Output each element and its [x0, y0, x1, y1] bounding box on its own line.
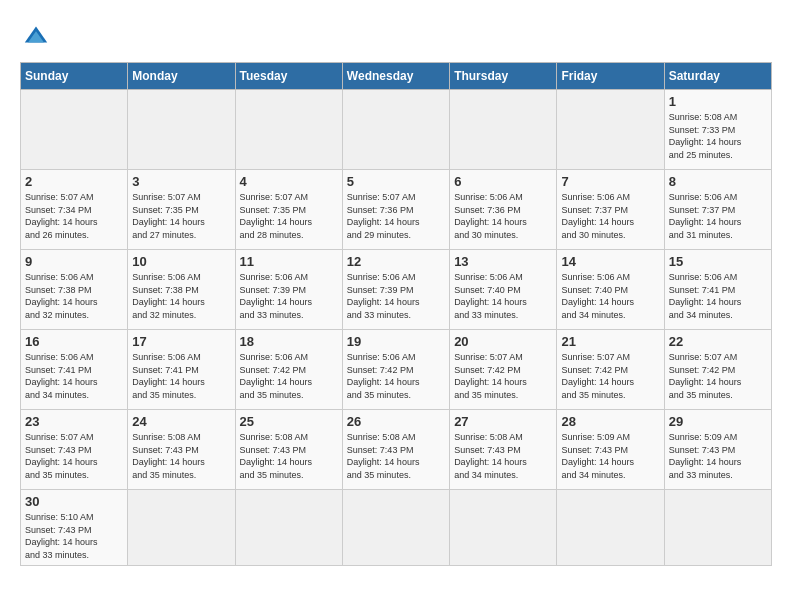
calendar-day-cell: 28Sunrise: 5:09 AM Sunset: 7:43 PM Dayli… — [557, 410, 664, 490]
calendar-day-cell: 16Sunrise: 5:06 AM Sunset: 7:41 PM Dayli… — [21, 330, 128, 410]
day-number: 13 — [454, 254, 552, 269]
day-info: Sunrise: 5:06 AM Sunset: 7:40 PM Dayligh… — [561, 271, 659, 321]
calendar-header: SundayMondayTuesdayWednesdayThursdayFrid… — [21, 63, 772, 90]
calendar-day-cell: 20Sunrise: 5:07 AM Sunset: 7:42 PM Dayli… — [450, 330, 557, 410]
day-info: Sunrise: 5:07 AM Sunset: 7:35 PM Dayligh… — [240, 191, 338, 241]
calendar-week-row: 30Sunrise: 5:10 AM Sunset: 7:43 PM Dayli… — [21, 490, 772, 566]
day-number: 25 — [240, 414, 338, 429]
calendar-day-cell: 8Sunrise: 5:06 AM Sunset: 7:37 PM Daylig… — [664, 170, 771, 250]
day-number: 14 — [561, 254, 659, 269]
calendar-day-cell — [450, 90, 557, 170]
day-info: Sunrise: 5:06 AM Sunset: 7:41 PM Dayligh… — [25, 351, 123, 401]
day-info: Sunrise: 5:07 AM Sunset: 7:36 PM Dayligh… — [347, 191, 445, 241]
calendar-day-cell: 27Sunrise: 5:08 AM Sunset: 7:43 PM Dayli… — [450, 410, 557, 490]
calendar-day-cell: 15Sunrise: 5:06 AM Sunset: 7:41 PM Dayli… — [664, 250, 771, 330]
calendar-day-cell — [235, 490, 342, 566]
day-number: 4 — [240, 174, 338, 189]
day-info: Sunrise: 5:10 AM Sunset: 7:43 PM Dayligh… — [25, 511, 123, 561]
day-number: 27 — [454, 414, 552, 429]
page-header — [20, 20, 772, 52]
day-number: 1 — [669, 94, 767, 109]
calendar-week-row: 16Sunrise: 5:06 AM Sunset: 7:41 PM Dayli… — [21, 330, 772, 410]
day-number: 9 — [25, 254, 123, 269]
day-number: 5 — [347, 174, 445, 189]
day-number: 23 — [25, 414, 123, 429]
weekday-header: Wednesday — [342, 63, 449, 90]
day-info: Sunrise: 5:07 AM Sunset: 7:42 PM Dayligh… — [454, 351, 552, 401]
day-info: Sunrise: 5:08 AM Sunset: 7:43 PM Dayligh… — [132, 431, 230, 481]
day-info: Sunrise: 5:06 AM Sunset: 7:41 PM Dayligh… — [669, 271, 767, 321]
day-number: 24 — [132, 414, 230, 429]
day-info: Sunrise: 5:07 AM Sunset: 7:35 PM Dayligh… — [132, 191, 230, 241]
weekday-header: Saturday — [664, 63, 771, 90]
calendar-day-cell: 26Sunrise: 5:08 AM Sunset: 7:43 PM Dayli… — [342, 410, 449, 490]
day-number: 19 — [347, 334, 445, 349]
day-number: 29 — [669, 414, 767, 429]
weekday-header: Tuesday — [235, 63, 342, 90]
calendar-week-row: 2Sunrise: 5:07 AM Sunset: 7:34 PM Daylig… — [21, 170, 772, 250]
calendar-day-cell: 10Sunrise: 5:06 AM Sunset: 7:38 PM Dayli… — [128, 250, 235, 330]
weekday-header: Sunday — [21, 63, 128, 90]
day-number: 18 — [240, 334, 338, 349]
weekday-header: Friday — [557, 63, 664, 90]
calendar-day-cell: 1Sunrise: 5:08 AM Sunset: 7:33 PM Daylig… — [664, 90, 771, 170]
logo-icon — [20, 20, 52, 52]
calendar-day-cell — [557, 90, 664, 170]
day-info: Sunrise: 5:06 AM Sunset: 7:39 PM Dayligh… — [347, 271, 445, 321]
day-number: 2 — [25, 174, 123, 189]
day-number: 12 — [347, 254, 445, 269]
day-info: Sunrise: 5:09 AM Sunset: 7:43 PM Dayligh… — [561, 431, 659, 481]
day-info: Sunrise: 5:06 AM Sunset: 7:41 PM Dayligh… — [132, 351, 230, 401]
calendar-day-cell: 19Sunrise: 5:06 AM Sunset: 7:42 PM Dayli… — [342, 330, 449, 410]
calendar-week-row: 23Sunrise: 5:07 AM Sunset: 7:43 PM Dayli… — [21, 410, 772, 490]
day-info: Sunrise: 5:06 AM Sunset: 7:38 PM Dayligh… — [132, 271, 230, 321]
calendar-day-cell: 13Sunrise: 5:06 AM Sunset: 7:40 PM Dayli… — [450, 250, 557, 330]
day-number: 21 — [561, 334, 659, 349]
calendar-day-cell: 11Sunrise: 5:06 AM Sunset: 7:39 PM Dayli… — [235, 250, 342, 330]
day-info: Sunrise: 5:07 AM Sunset: 7:42 PM Dayligh… — [669, 351, 767, 401]
calendar-body: 1Sunrise: 5:08 AM Sunset: 7:33 PM Daylig… — [21, 90, 772, 566]
day-number: 8 — [669, 174, 767, 189]
day-number: 10 — [132, 254, 230, 269]
calendar-day-cell: 2Sunrise: 5:07 AM Sunset: 7:34 PM Daylig… — [21, 170, 128, 250]
day-info: Sunrise: 5:07 AM Sunset: 7:42 PM Dayligh… — [561, 351, 659, 401]
logo — [20, 20, 56, 52]
calendar-day-cell: 12Sunrise: 5:06 AM Sunset: 7:39 PM Dayli… — [342, 250, 449, 330]
calendar-week-row: 9Sunrise: 5:06 AM Sunset: 7:38 PM Daylig… — [21, 250, 772, 330]
weekday-row: SundayMondayTuesdayWednesdayThursdayFrid… — [21, 63, 772, 90]
calendar-week-row: 1Sunrise: 5:08 AM Sunset: 7:33 PM Daylig… — [21, 90, 772, 170]
day-number: 15 — [669, 254, 767, 269]
calendar-day-cell: 14Sunrise: 5:06 AM Sunset: 7:40 PM Dayli… — [557, 250, 664, 330]
calendar-day-cell — [342, 490, 449, 566]
weekday-header: Monday — [128, 63, 235, 90]
day-info: Sunrise: 5:06 AM Sunset: 7:37 PM Dayligh… — [669, 191, 767, 241]
calendar-day-cell — [128, 490, 235, 566]
calendar-day-cell — [235, 90, 342, 170]
day-number: 16 — [25, 334, 123, 349]
calendar-day-cell: 7Sunrise: 5:06 AM Sunset: 7:37 PM Daylig… — [557, 170, 664, 250]
day-info: Sunrise: 5:08 AM Sunset: 7:43 PM Dayligh… — [240, 431, 338, 481]
calendar-day-cell — [128, 90, 235, 170]
weekday-header: Thursday — [450, 63, 557, 90]
calendar-day-cell: 22Sunrise: 5:07 AM Sunset: 7:42 PM Dayli… — [664, 330, 771, 410]
day-info: Sunrise: 5:06 AM Sunset: 7:39 PM Dayligh… — [240, 271, 338, 321]
calendar-day-cell: 9Sunrise: 5:06 AM Sunset: 7:38 PM Daylig… — [21, 250, 128, 330]
calendar-day-cell: 24Sunrise: 5:08 AM Sunset: 7:43 PM Dayli… — [128, 410, 235, 490]
calendar-day-cell — [664, 490, 771, 566]
calendar-day-cell: 5Sunrise: 5:07 AM Sunset: 7:36 PM Daylig… — [342, 170, 449, 250]
day-number: 22 — [669, 334, 767, 349]
day-number: 6 — [454, 174, 552, 189]
calendar-day-cell: 29Sunrise: 5:09 AM Sunset: 7:43 PM Dayli… — [664, 410, 771, 490]
day-number: 3 — [132, 174, 230, 189]
calendar-day-cell: 21Sunrise: 5:07 AM Sunset: 7:42 PM Dayli… — [557, 330, 664, 410]
day-number: 30 — [25, 494, 123, 509]
calendar-day-cell: 30Sunrise: 5:10 AM Sunset: 7:43 PM Dayli… — [21, 490, 128, 566]
day-info: Sunrise: 5:06 AM Sunset: 7:40 PM Dayligh… — [454, 271, 552, 321]
calendar-day-cell — [21, 90, 128, 170]
calendar-table: SundayMondayTuesdayWednesdayThursdayFrid… — [20, 62, 772, 566]
calendar-day-cell: 6Sunrise: 5:06 AM Sunset: 7:36 PM Daylig… — [450, 170, 557, 250]
calendar-day-cell: 4Sunrise: 5:07 AM Sunset: 7:35 PM Daylig… — [235, 170, 342, 250]
calendar-day-cell — [557, 490, 664, 566]
calendar-day-cell — [342, 90, 449, 170]
calendar-day-cell: 18Sunrise: 5:06 AM Sunset: 7:42 PM Dayli… — [235, 330, 342, 410]
